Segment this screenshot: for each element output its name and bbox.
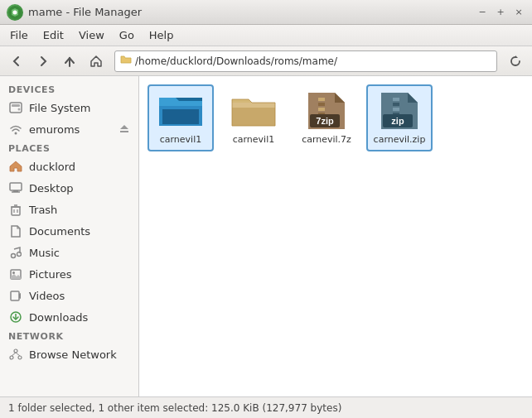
up-button[interactable] <box>58 50 81 73</box>
sidebar-item-videos[interactable]: Videos <box>0 285 138 306</box>
sidebar-item-emuroms[interactable]: emuroms <box>0 118 138 140</box>
sidebar-item-music[interactable]: Music <box>0 242 138 263</box>
wifi-icon <box>8 122 23 137</box>
svg-rect-33 <box>318 108 325 111</box>
menu-edit[interactable]: Edit <box>36 27 70 43</box>
menu-go[interactable]: Go <box>113 27 141 43</box>
refresh-button[interactable] <box>504 50 527 73</box>
network-icon <box>8 347 23 362</box>
titlebar: mame - File Manager − + × <box>0 0 532 25</box>
archive-7z-icon: 7zip <box>303 91 350 131</box>
menubar: File Edit View Go Help <box>0 25 532 46</box>
file-item-carnevil[interactable]: carnevil1 <box>148 84 214 151</box>
toolbar: /home/ducklord/Downloads/roms/mame/ <box>0 46 532 76</box>
menu-file[interactable]: File <box>3 27 35 43</box>
svg-rect-32 <box>318 103 325 106</box>
sidebar-item-documents[interactable]: Documents <box>0 220 138 242</box>
svg-point-17 <box>12 253 16 257</box>
pictures-icon <box>8 267 23 281</box>
file-item-carnevil-zip[interactable]: zip carnevil.zip <box>366 84 433 151</box>
svg-point-5 <box>18 108 21 111</box>
downloads-icon <box>8 310 23 324</box>
menu-help[interactable]: Help <box>143 27 181 43</box>
forward-button[interactable] <box>31 50 55 73</box>
svg-point-24 <box>14 349 17 353</box>
titlebar-title: mame - File Manager <box>28 6 142 18</box>
sidebar-item-desktop-label: Desktop <box>29 182 74 195</box>
sidebar-item-filesystem[interactable]: File System <box>0 97 138 118</box>
svg-marker-7 <box>120 125 128 129</box>
file-item-carnevil-7z[interactable]: 7zip carnevil.7z <box>293 84 360 151</box>
sidebar-item-documents-label: Documents <box>29 225 90 238</box>
sidebar-item-ducklord[interactable]: ducklord <box>0 156 138 177</box>
sidebar-item-pictures[interactable]: Pictures <box>0 263 138 285</box>
eject-icon[interactable] <box>118 123 130 137</box>
titlebar-controls: − + × <box>476 6 525 19</box>
file-item-carnevil-zip-label: carnevil.zip <box>374 134 426 145</box>
svg-rect-12 <box>12 207 20 215</box>
sidebar-item-pictures-label: Pictures <box>29 268 71 281</box>
svg-text:7zip: 7zip <box>316 116 334 126</box>
file-area: carnevil1 carnevil1 <box>139 76 532 396</box>
sidebar-item-filesystem-label: File System <box>29 102 90 114</box>
file-item-carnevil-7z-label: carnevil.7z <box>302 134 351 145</box>
svg-rect-40 <box>393 108 399 111</box>
sidebar-item-downloads[interactable]: Downloads <box>0 306 138 328</box>
main-layout: DEVICES File System emuroms <box>0 76 532 396</box>
maximize-button[interactable]: + <box>494 6 507 19</box>
menu-view[interactable]: View <box>72 27 111 43</box>
sidebar-item-emuroms-label: emuroms <box>29 123 80 136</box>
statusbar: 1 folder selected, 1 other item selected… <box>0 396 532 418</box>
places-section-label: PLACES <box>0 140 138 156</box>
sidebar-item-browse-network-label: Browse Network <box>29 348 117 361</box>
svg-rect-3 <box>10 103 22 113</box>
file-item-carnevil1-folder-label: carnevil1 <box>233 134 274 145</box>
app-icon <box>7 4 23 21</box>
hdd-icon <box>8 100 23 115</box>
address-folder-icon <box>120 55 132 67</box>
devices-section-label: DEVICES <box>0 81 138 97</box>
sidebar-item-downloads-label: Downloads <box>29 311 88 324</box>
home-icon <box>8 159 23 174</box>
svg-line-28 <box>16 353 20 356</box>
minimize-button[interactable]: − <box>476 6 489 19</box>
documents-icon <box>8 223 23 238</box>
svg-point-26 <box>18 356 22 359</box>
folder-closed-tan-icon <box>230 91 277 131</box>
svg-point-20 <box>12 271 15 274</box>
svg-rect-30 <box>232 108 275 126</box>
network-section-label: NETWORK <box>0 328 138 344</box>
svg-rect-29 <box>232 103 275 108</box>
svg-rect-8 <box>120 131 128 132</box>
sidebar-item-desktop[interactable]: Desktop <box>0 177 138 199</box>
desktop-icon <box>8 180 23 195</box>
folder-open-blue-icon <box>157 91 204 131</box>
close-button[interactable]: × <box>512 6 525 19</box>
svg-rect-4 <box>12 104 20 107</box>
sidebar-item-trash[interactable]: Trash <box>0 199 138 220</box>
svg-point-6 <box>15 132 17 135</box>
sidebar-item-videos-label: Videos <box>29 290 65 302</box>
svg-rect-39 <box>393 103 399 106</box>
sidebar: DEVICES File System emuroms <box>0 76 139 396</box>
back-button[interactable] <box>5 50 28 73</box>
status-text: 1 folder selected, 1 other item selected… <box>8 402 341 414</box>
home-button[interactable] <box>85 50 108 73</box>
file-item-carnevil-label: carnevil1 <box>160 134 201 145</box>
sidebar-item-browse-network[interactable]: Browse Network <box>0 344 138 365</box>
music-icon <box>8 245 23 260</box>
sidebar-item-trash-label: Trash <box>29 204 57 216</box>
address-text: /home/ducklord/Downloads/roms/mame/ <box>135 55 491 67</box>
sidebar-item-music-label: Music <box>29 247 60 259</box>
svg-text:zip: zip <box>391 116 404 126</box>
svg-rect-21 <box>11 291 19 300</box>
archive-zip-icon: zip <box>376 91 423 131</box>
svg-line-27 <box>12 353 16 356</box>
svg-point-1 <box>13 10 17 14</box>
address-bar[interactable]: /home/ducklord/Downloads/roms/mame/ <box>114 50 497 72</box>
svg-rect-31 <box>318 98 325 101</box>
svg-point-25 <box>10 356 13 359</box>
file-item-carnevil1-folder[interactable]: carnevil1 <box>220 84 287 151</box>
titlebar-left: mame - File Manager <box>7 4 142 21</box>
videos-icon <box>8 288 23 303</box>
